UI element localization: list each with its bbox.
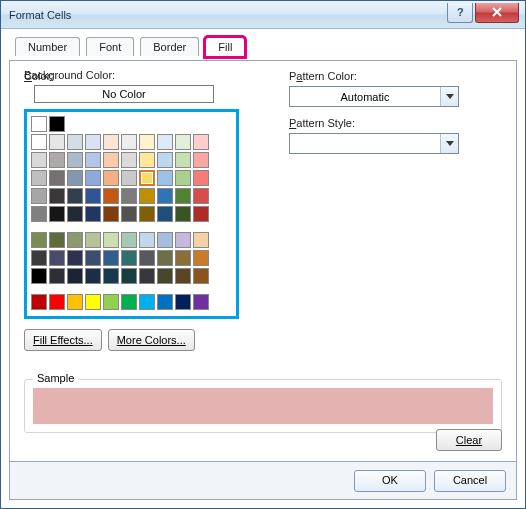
color-swatch[interactable] bbox=[85, 268, 101, 284]
color-swatch[interactable] bbox=[157, 268, 173, 284]
color-swatch[interactable] bbox=[85, 294, 101, 310]
color-swatch[interactable] bbox=[85, 250, 101, 266]
color-swatch[interactable] bbox=[85, 206, 101, 222]
color-swatch[interactable] bbox=[31, 116, 47, 132]
color-swatch[interactable] bbox=[67, 170, 83, 186]
color-swatch[interactable] bbox=[67, 206, 83, 222]
color-swatch[interactable] bbox=[67, 152, 83, 168]
color-swatch[interactable] bbox=[103, 152, 119, 168]
color-swatch[interactable] bbox=[175, 206, 191, 222]
color-swatch[interactable] bbox=[157, 294, 173, 310]
color-swatch[interactable] bbox=[67, 134, 83, 150]
color-swatch[interactable] bbox=[31, 268, 47, 284]
color-swatch[interactable] bbox=[139, 294, 155, 310]
color-swatch[interactable] bbox=[121, 250, 137, 266]
color-swatch[interactable] bbox=[103, 188, 119, 204]
color-swatch[interactable] bbox=[139, 232, 155, 248]
color-swatch[interactable] bbox=[49, 232, 65, 248]
color-swatch[interactable] bbox=[121, 294, 137, 310]
color-swatch[interactable] bbox=[193, 188, 209, 204]
color-swatch[interactable] bbox=[193, 294, 209, 310]
color-swatch[interactable] bbox=[157, 152, 173, 168]
color-swatch[interactable] bbox=[103, 206, 119, 222]
color-swatch[interactable] bbox=[175, 134, 191, 150]
color-swatch[interactable] bbox=[85, 170, 101, 186]
color-swatch[interactable] bbox=[103, 250, 119, 266]
color-swatch[interactable] bbox=[157, 134, 173, 150]
color-swatch[interactable] bbox=[139, 268, 155, 284]
close-button[interactable] bbox=[475, 3, 519, 23]
color-swatch[interactable] bbox=[175, 188, 191, 204]
color-swatch[interactable] bbox=[175, 170, 191, 186]
color-swatch[interactable] bbox=[103, 294, 119, 310]
tab-font[interactable]: Font bbox=[86, 37, 134, 56]
color-swatch[interactable] bbox=[31, 188, 47, 204]
color-swatch[interactable] bbox=[103, 134, 119, 150]
color-swatch[interactable] bbox=[121, 188, 137, 204]
color-swatch[interactable] bbox=[31, 250, 47, 266]
color-swatch[interactable] bbox=[49, 134, 65, 150]
color-swatch[interactable] bbox=[175, 268, 191, 284]
color-swatch[interactable] bbox=[139, 206, 155, 222]
color-swatch[interactable] bbox=[103, 268, 119, 284]
color-swatch[interactable] bbox=[139, 152, 155, 168]
color-swatch[interactable] bbox=[67, 232, 83, 248]
color-swatch[interactable] bbox=[139, 250, 155, 266]
color-swatch[interactable] bbox=[193, 232, 209, 248]
clear-button[interactable]: Clear bbox=[436, 429, 502, 451]
color-swatch[interactable] bbox=[85, 188, 101, 204]
color-swatch[interactable] bbox=[157, 170, 173, 186]
color-swatch[interactable] bbox=[31, 152, 47, 168]
help-button[interactable]: ? bbox=[447, 3, 473, 23]
color-swatch[interactable] bbox=[121, 268, 137, 284]
color-swatch[interactable] bbox=[49, 250, 65, 266]
tab-fill[interactable]: Fill bbox=[205, 37, 245, 57]
color-swatch[interactable] bbox=[193, 206, 209, 222]
color-swatch[interactable] bbox=[85, 134, 101, 150]
color-swatch[interactable] bbox=[67, 268, 83, 284]
color-swatch[interactable] bbox=[193, 250, 209, 266]
color-swatch[interactable] bbox=[67, 250, 83, 266]
tab-border[interactable]: Border bbox=[140, 37, 199, 56]
color-swatch[interactable] bbox=[49, 268, 65, 284]
color-swatch[interactable] bbox=[121, 232, 137, 248]
color-swatch[interactable] bbox=[85, 152, 101, 168]
more-colors-button[interactable]: More Colors... bbox=[108, 329, 195, 351]
ok-button[interactable]: OK bbox=[354, 470, 426, 492]
color-swatch[interactable] bbox=[103, 170, 119, 186]
color-swatch[interactable] bbox=[103, 232, 119, 248]
chevron-down-icon[interactable] bbox=[440, 87, 458, 106]
color-swatch[interactable] bbox=[175, 232, 191, 248]
color-swatch[interactable] bbox=[175, 250, 191, 266]
color-swatch[interactable] bbox=[193, 268, 209, 284]
color-swatch[interactable] bbox=[67, 188, 83, 204]
pattern-color-combo[interactable]: Automatic bbox=[289, 86, 459, 107]
color-swatch[interactable] bbox=[175, 152, 191, 168]
color-swatch[interactable] bbox=[193, 170, 209, 186]
color-swatch[interactable] bbox=[31, 206, 47, 222]
color-swatch[interactable] bbox=[193, 134, 209, 150]
pattern-style-combo[interactable] bbox=[289, 133, 459, 154]
color-swatch[interactable] bbox=[157, 206, 173, 222]
color-swatch[interactable] bbox=[31, 294, 47, 310]
color-swatch[interactable] bbox=[139, 134, 155, 150]
color-swatch[interactable] bbox=[49, 294, 65, 310]
color-swatch[interactable] bbox=[193, 152, 209, 168]
color-swatch[interactable] bbox=[121, 206, 137, 222]
color-swatch[interactable] bbox=[139, 170, 155, 186]
no-color-button[interactable]: No Color bbox=[34, 85, 214, 103]
color-swatch[interactable] bbox=[85, 232, 101, 248]
color-swatch[interactable] bbox=[175, 294, 191, 310]
color-swatch[interactable] bbox=[49, 206, 65, 222]
tab-number[interactable]: Number bbox=[15, 37, 80, 56]
color-swatch[interactable] bbox=[49, 188, 65, 204]
color-swatch[interactable] bbox=[31, 170, 47, 186]
color-swatch[interactable] bbox=[139, 188, 155, 204]
color-swatch[interactable] bbox=[49, 116, 65, 132]
color-swatch[interactable] bbox=[67, 294, 83, 310]
color-swatch[interactable] bbox=[31, 134, 47, 150]
fill-effects-button[interactable]: Fill Effects... bbox=[24, 329, 102, 351]
chevron-down-icon[interactable] bbox=[440, 134, 458, 153]
color-swatch[interactable] bbox=[121, 170, 137, 186]
color-swatch[interactable] bbox=[157, 250, 173, 266]
